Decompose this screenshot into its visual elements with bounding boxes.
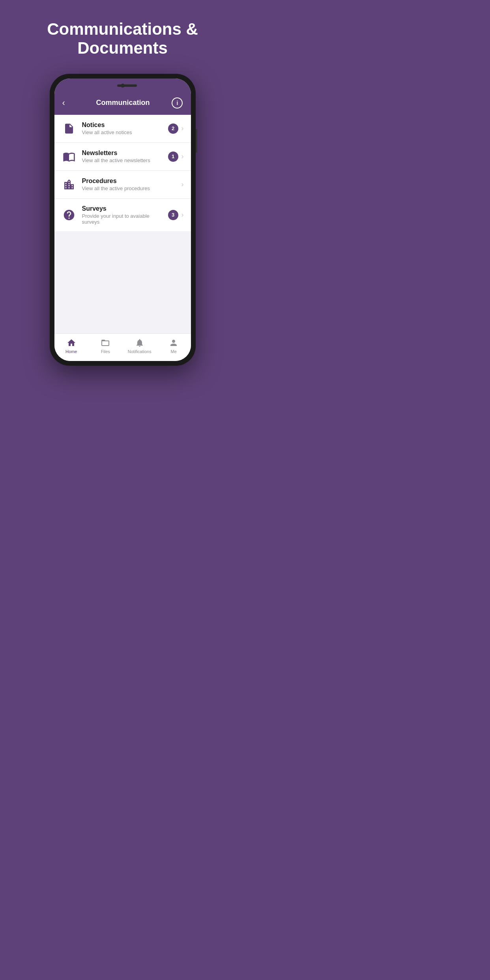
notifications-label: Notifications [128,349,151,354]
surveys-chevron: › [181,211,184,219]
menu-item-procedures[interactable]: Procedures View all the active procedure… [54,171,191,199]
home-icon [66,338,77,348]
building-icon [62,177,77,192]
app-header: ‹ Communication i [54,93,191,115]
phone-screen: ‹ Communication i Notices View all activ… [54,79,191,361]
question-icon [62,208,77,223]
surveys-badge: 3 [168,210,178,220]
notifications-icon [135,338,145,348]
home-label: Home [65,349,77,354]
menu-item-surveys[interactable]: Surveys Provide your input to avaiable s… [54,199,191,231]
notch-bar [54,79,191,93]
procedures-title: Procedures [82,178,181,185]
title-line2: Documents [77,39,168,57]
newsletters-text: Newsletters View all the active newslett… [82,150,168,163]
phone-frame: ‹ Communication i Notices View all activ… [50,74,196,366]
notices-title: Notices [82,122,168,129]
notch-camera [121,84,125,88]
nav-item-me[interactable]: Me [157,338,191,354]
surveys-text: Surveys Provide your input to avaiable s… [82,205,168,225]
bottom-nav: Home Files Notifications [54,333,191,361]
nav-item-notifications[interactable]: Notifications [123,338,157,354]
menu-item-notices[interactable]: Notices View all active notices 2 › [54,115,191,143]
info-button[interactable]: i [172,97,183,108]
notices-text: Notices View all active notices [82,122,168,135]
title-line1: Communications & [47,20,198,38]
newsletters-badge: 1 [168,151,178,162]
procedures-chevron: › [181,180,184,189]
me-icon [168,338,179,348]
notices-chevron: › [181,124,184,133]
surveys-subtitle: Provide your input to avaiable surveys [82,213,168,225]
content-area [54,231,191,333]
newsletters-subtitle: View all the active newsletters [82,157,168,163]
me-label: Me [171,349,177,354]
notices-badge: 2 [168,123,178,134]
files-label: Files [101,349,110,354]
screen-title: Communication [96,99,150,107]
document-icon [62,121,77,136]
procedures-subtitle: View all the active procedures [82,185,181,191]
newsletters-chevron: › [181,152,184,161]
newsletters-title: Newsletters [82,150,168,157]
nav-item-home[interactable]: Home [54,338,89,354]
files-icon [100,338,110,348]
nav-item-files[interactable]: Files [88,338,123,354]
notices-subtitle: View all active notices [82,129,168,135]
surveys-title: Surveys [82,205,168,212]
page-title-block: Communications & Documents [23,20,222,58]
back-button[interactable]: ‹ [62,98,74,108]
procedures-text: Procedures View all the active procedure… [82,178,181,191]
menu-item-newsletters[interactable]: Newsletters View all the active newslett… [54,143,191,171]
menu-list: Notices View all active notices 2 › News… [54,115,191,231]
book-icon [62,149,77,164]
notch-speaker [117,84,137,87]
